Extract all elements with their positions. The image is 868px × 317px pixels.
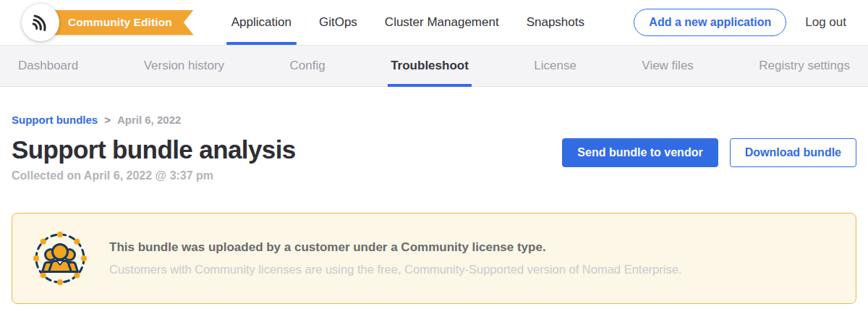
- topnav-right: Add a new application Log out: [634, 9, 868, 36]
- notice-title: This bundle was uploaded by a customer u…: [109, 240, 681, 255]
- tab-gitops[interactable]: GitOps: [319, 0, 357, 45]
- breadcrumb-current-bundle: April 6, 2022: [117, 114, 181, 126]
- page-title: Support bundle analysis: [12, 136, 296, 164]
- bundle-actions: Send bundle to vendor Download bundle: [562, 136, 856, 167]
- subnav-item-registry-settings[interactable]: Registry settings: [759, 46, 850, 86]
- log-out-link[interactable]: Log out: [805, 15, 846, 30]
- subnav-item-config[interactable]: Config: [290, 46, 326, 86]
- breadcrumb: Support bundles > April 6, 2022: [12, 114, 856, 126]
- subnav-item-version-history[interactable]: Version history: [144, 46, 225, 86]
- top-navigation: Community Edition Application GitOps Clu…: [0, 0, 868, 45]
- subnav-item-view-files[interactable]: View files: [642, 46, 694, 86]
- breadcrumb-support-bundles-link[interactable]: Support bundles: [12, 114, 98, 126]
- topnav-tabs: Application GitOps Cluster Management Sn…: [231, 0, 612, 45]
- subnav-item-license[interactable]: License: [534, 46, 576, 86]
- subnav-item-dashboard[interactable]: Dashboard: [18, 46, 78, 86]
- community-group-icon: [33, 231, 88, 286]
- collected-timestamp: Collected on April 6, 2022 @ 3:37 pm: [12, 169, 296, 182]
- brand: Community Edition: [22, 4, 194, 41]
- notice-subtitle: Customers with Community licenses are us…: [109, 263, 681, 276]
- subnav-item-troubleshoot[interactable]: Troubleshoot: [391, 46, 469, 86]
- tab-snapshots[interactable]: Snapshots: [527, 0, 584, 45]
- page-title-block: Support bundle analysis Collected on Apr…: [12, 136, 296, 182]
- tab-application[interactable]: Application: [231, 0, 292, 45]
- notice-text-block: This bundle was uploaded by a customer u…: [109, 240, 681, 276]
- breadcrumb-separator: >: [104, 114, 111, 126]
- page-header: Support bundle analysis Collected on Apr…: [12, 136, 856, 182]
- tab-cluster-management[interactable]: Cluster Management: [385, 0, 499, 45]
- send-bundle-to-vendor-button[interactable]: Send bundle to vendor: [562, 138, 718, 167]
- add-new-application-button[interactable]: Add a new application: [634, 9, 786, 36]
- replicated-logo-glyph: [30, 12, 51, 33]
- community-license-notice: This bundle was uploaded by a customer u…: [12, 213, 856, 304]
- main-content: Support bundles > April 6, 2022 Support …: [0, 114, 868, 304]
- download-bundle-button[interactable]: Download bundle: [730, 138, 856, 167]
- app-sub-navigation: Dashboard Version history Config Trouble…: [0, 45, 868, 87]
- replicated-logo-icon[interactable]: [22, 4, 59, 41]
